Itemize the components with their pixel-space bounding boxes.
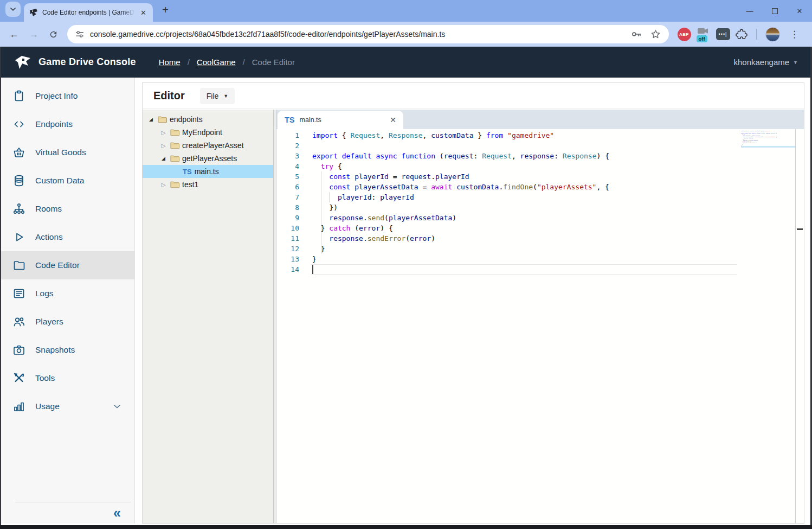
browser-window: Code Editor endpoints | GameD ✕ + — ✕ ← … [0,0,812,529]
code-line-7[interactable]: playerId: playerId [312,192,737,202]
code-line-4[interactable]: try { [312,161,737,171]
password-manager-icon[interactable]: •••| [716,28,730,40]
sidebar-item-rooms[interactable]: Rooms [0,195,134,223]
tree-item-label: getPlayerAssets [182,154,237,163]
url-text[interactable]: console.gamedrive.cc/projects/68a045fbde… [90,30,625,39]
code-line-11[interactable]: response.sendError(error) [312,233,737,244]
code-token: playerId [380,193,414,201]
code-token: Response [750,130,755,131]
user-menu[interactable]: khonkaengame ▼ [734,58,798,67]
url-bar[interactable]: console.gamedrive.cc/projects/68a045fbde… [67,25,669,43]
tree-item-test1[interactable]: ▷test1 [143,178,273,191]
passwords-key-icon[interactable] [630,28,642,40]
code-token: playerId [355,173,389,181]
tree-expanded-arrow-icon[interactable]: ◢ [159,156,167,161]
breadcrumb-coolgame[interactable]: CoolGame [197,58,236,67]
editor-tab-main-ts[interactable]: TS main.ts ✕ [278,111,403,129]
code-token: : [372,193,381,201]
camera-blocker-icon[interactable]: off [697,27,711,42]
indent-guide [321,171,321,254]
tree-item-getplayerassets[interactable]: ◢getPlayerAssets [143,152,273,165]
code-line-8[interactable]: }) [312,202,737,213]
code-line-13[interactable]: } [312,254,737,264]
editor-tab-close-icon[interactable]: ✕ [390,116,396,124]
code-line-5[interactable]: const playerId = request.playerId [312,171,737,182]
sidebar-item-players[interactable]: Players [0,308,134,336]
sidebar-item-tools[interactable]: Tools [0,364,134,392]
tree-collapsed-arrow-icon[interactable]: ▷ [159,182,167,188]
breadcrumb-home[interactable]: Home [159,58,181,67]
adblock-plus-icon[interactable]: ABP [678,28,691,41]
tree-item-createplayerasset[interactable]: ▷createPlayerAsset [143,139,273,152]
brand[interactable]: Game Drive Console [14,55,136,70]
tree-item-myendpoint[interactable]: ▷MyEndpoint [143,126,273,139]
file-tree: ◢endpoints▷MyEndpoint▷createPlayerAsset◢… [143,110,273,523]
code-editor[interactable]: 1234567891011121314 import { Request, Re… [276,129,804,523]
browser-menu-icon[interactable]: ⋮ [785,29,803,40]
new-tab-button[interactable]: + [157,2,173,18]
code-line-10[interactable]: } catch (error) { [312,223,737,233]
code-token: await [431,183,452,191]
code-line-3[interactable]: export default async function (request: … [312,151,737,161]
sidebar-item-project-info[interactable]: Project Info [0,82,134,110]
line-number: 1 [276,130,299,141]
forward-button[interactable]: → [25,26,42,43]
bookmark-star-icon[interactable] [650,29,661,40]
folder-icon [170,155,179,162]
sidebar-item-label: Custom Data [35,176,84,186]
minimap-content: import { Request, Response, customData }… [741,130,790,148]
code-token: Request [482,152,512,160]
code-lines[interactable]: import { Request, Response, customData }… [312,130,737,275]
sidebar-item-custom-data[interactable]: Custom Data [0,167,134,195]
tree-collapsed-arrow-icon[interactable]: ▷ [159,143,167,149]
sidebar-footer: « [0,502,134,524]
sidebar-item-snapshots[interactable]: Snapshots [0,336,134,364]
extension-icons: ABP off •••| ⋮ [674,27,807,42]
line-number: 10 [276,223,299,233]
sidebar-item-endpoints[interactable]: Endpoints [0,110,134,138]
maximize-button[interactable] [762,0,787,22]
file-menu-button[interactable]: File ▼ [200,88,235,104]
profile-avatar[interactable] [765,27,780,42]
code-line-6[interactable]: const playerAssetData = await customData… [312,182,737,192]
code-token: ) { [596,152,609,160]
minimap[interactable]: import { Request, Response, customData }… [741,130,795,523]
code-token: playerAssetData [355,183,418,191]
tree-expanded-arrow-icon[interactable]: ◢ [147,117,155,122]
site-info-icon[interactable] [75,29,85,39]
code-line-14[interactable] [741,146,790,148]
line-number: 8 [276,202,299,213]
code-line-2[interactable] [312,141,737,151]
scrollbar-overview-ruler[interactable] [795,129,804,523]
tree-item-endpoints[interactable]: ◢endpoints [143,113,273,126]
extensions-puzzle-icon[interactable] [736,28,747,40]
code-token: error [410,234,431,243]
back-button[interactable]: ← [5,26,23,43]
tree-item-main-ts[interactable]: TSmain.ts [143,165,273,178]
breadcrumb-code-editor: Code Editor [252,58,295,67]
close-button[interactable]: ✕ [787,0,812,22]
sidebar-item-virtual-goods[interactable]: Virtual Goods [0,138,134,167]
sidebar-item-code-editor[interactable]: Code Editor [0,251,134,279]
sidebar-item-actions[interactable]: Actions [0,223,134,251]
window-border-bottom [0,525,812,529]
camera-icon [697,27,710,35]
tab-search-button[interactable] [5,2,21,17]
sidebar-item-logs[interactable]: Logs [0,279,134,308]
tab-close-icon[interactable]: ✕ [139,9,147,17]
minimize-button[interactable]: — [737,0,762,22]
sidebar-item-usage[interactable]: Usage [0,392,134,420]
tree-collapsed-arrow-icon[interactable]: ▷ [159,130,167,136]
sidebar-item-label: Rooms [35,204,62,214]
browser-tab[interactable]: Code Editor endpoints | GameD ✕ [24,3,153,22]
reload-button[interactable] [44,26,62,43]
code-token: "gamedrive" [764,130,770,131]
url-bar-actions [630,28,661,40]
code-line-14[interactable] [312,264,737,275]
sidebar-collapse-button[interactable]: « [113,506,121,520]
code-line-12[interactable]: } [312,244,737,254]
code-line-1[interactable]: import { Request, Response, customData }… [312,130,737,141]
code-line-9[interactable]: response.send(playerAssetData) [312,213,737,223]
chevron-down-icon [10,6,16,12]
code-token [312,162,321,170]
